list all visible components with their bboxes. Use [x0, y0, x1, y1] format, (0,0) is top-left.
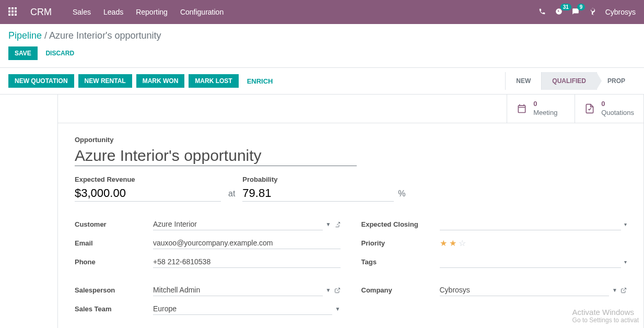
mark-lost-button[interactable]: MARK LOST — [189, 74, 238, 88]
calendar-icon — [517, 103, 527, 114]
phone-label: Phone — [75, 258, 153, 266]
chevron-down-icon[interactable]: ▾ — [624, 259, 627, 265]
opportunity-label: Opportunity — [75, 136, 627, 144]
expected-closing-label: Expected Closing — [361, 220, 440, 228]
email-input[interactable] — [153, 237, 341, 249]
topbar: CRM Sales Leads Reporting Configuration … — [0, 0, 644, 24]
chevron-down-icon[interactable]: ▼ — [326, 287, 331, 293]
phone-input[interactable] — [153, 256, 341, 268]
document-icon — [584, 103, 595, 114]
salesteam-input[interactable] — [153, 303, 332, 315]
form-sheet: 0 Meeting 0 Quotations Opportunity Expec… — [57, 95, 644, 328]
mark-won-button[interactable]: MARK WON — [136, 74, 185, 88]
chevron-down-icon[interactable]: ▾ — [624, 221, 627, 227]
star-icon[interactable]: ★ — [440, 238, 447, 248]
discard-button[interactable]: DISCARD — [43, 46, 76, 60]
nav-configuration[interactable]: Configuration — [180, 8, 224, 16]
phone-icon[interactable] — [538, 8, 546, 17]
meeting-label: Meeting — [533, 109, 557, 118]
quotations-label: Quotations — [601, 109, 634, 118]
probability-label: Probability — [242, 175, 394, 183]
stage-new[interactable]: NEW — [505, 72, 541, 90]
meeting-stat-button[interactable]: 0 Meeting — [507, 95, 575, 123]
external-link-icon[interactable] — [334, 221, 341, 228]
tags-input[interactable] — [440, 256, 622, 268]
new-rental-button[interactable]: NEW RENTAL — [78, 74, 132, 88]
salesperson-label: Salesperson — [75, 286, 153, 294]
topbar-right: 31 9 Cybrosys — [538, 8, 636, 17]
priority-label: Priority — [361, 239, 440, 247]
app-brand: CRM — [30, 7, 52, 18]
stat-buttons: 0 Meeting 0 Quotations — [58, 95, 643, 123]
nav-leads[interactable]: Leads — [103, 8, 123, 16]
apps-icon[interactable] — [8, 7, 18, 17]
percent-symbol: % — [394, 189, 405, 202]
actions-row: SAVE DISCARD — [0, 44, 644, 67]
messages-badge: 9 — [577, 4, 586, 10]
company-input[interactable] — [440, 284, 610, 296]
probability-input[interactable] — [242, 185, 394, 202]
star-icon[interactable]: ☆ — [459, 238, 466, 248]
chevron-down-icon[interactable]: ▼ — [612, 287, 617, 293]
nav-sales[interactable]: Sales — [73, 8, 91, 16]
quotations-stat-button[interactable]: 0 Quotations — [575, 95, 643, 123]
expected-revenue-input[interactable] — [75, 185, 221, 202]
priority-stars[interactable]: ★ ★ ☆ — [440, 238, 466, 248]
star-icon[interactable]: ★ — [449, 238, 456, 248]
customer-input[interactable] — [153, 218, 323, 230]
customer-label: Customer — [75, 220, 153, 228]
email-label: Email — [75, 239, 153, 247]
save-button[interactable]: SAVE — [8, 46, 38, 60]
meeting-count: 0 — [533, 100, 557, 109]
top-nav: Sales Leads Reporting Configuration — [73, 8, 224, 16]
external-link-icon[interactable] — [620, 287, 627, 294]
tools-icon[interactable] — [589, 8, 596, 17]
messages-icon[interactable]: 9 — [572, 8, 579, 17]
new-quotation-button[interactable]: NEW QUOTATION — [8, 74, 74, 88]
breadcrumb-root[interactable]: Pipeline — [8, 30, 42, 41]
salesperson-input[interactable] — [153, 284, 323, 296]
salesteam-label: Sales Team — [75, 305, 153, 313]
breadcrumb-row: Pipeline / Azure Interior's opportunity — [0, 24, 644, 44]
chevron-down-icon[interactable]: ▼ — [335, 306, 341, 312]
opportunity-title-input[interactable] — [75, 146, 357, 166]
enrich-button[interactable]: ENRICH — [243, 74, 277, 88]
username[interactable]: Cybrosys — [605, 8, 636, 16]
external-link-icon[interactable] — [334, 287, 341, 294]
activities-badge: 31 — [560, 4, 571, 10]
expected-closing-input[interactable] — [440, 218, 622, 230]
tags-label: Tags — [361, 258, 440, 266]
at-text: at — [221, 189, 242, 202]
breadcrumb-current: Azure Interior's opportunity — [49, 30, 161, 41]
stage-bar: NEW QUALIFIED PROP — [505, 72, 636, 90]
chevron-down-icon[interactable]: ▼ — [326, 221, 331, 227]
breadcrumb: Pipeline / Azure Interior's opportunity — [8, 30, 636, 41]
expected-revenue-label: Expected Revenue — [75, 175, 221, 183]
activities-icon[interactable]: 31 — [555, 8, 563, 17]
toolbar: NEW QUOTATION NEW RENTAL MARK WON MARK L… — [0, 67, 644, 95]
company-label: Company — [361, 286, 440, 294]
chevron-right-icon — [596, 72, 602, 90]
stage-qualified[interactable]: QUALIFIED — [541, 72, 596, 90]
stage-proposition[interactable]: PROP — [596, 72, 636, 90]
nav-reporting[interactable]: Reporting — [136, 8, 168, 16]
quotations-count: 0 — [601, 100, 634, 109]
